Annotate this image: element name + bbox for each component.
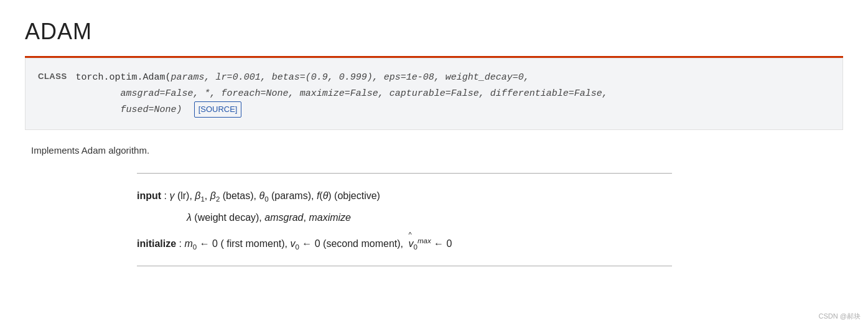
params-line1: params, lr=0.001, betas=(0.9, 0.999), ep… [171,72,530,83]
math-input-row: input : γ (lr), β1, β2 (betas), θ0 (para… [137,186,672,207]
math-input-row2: λ (weight decay), amsgrad, maximize [137,208,672,228]
class-keyword: CLASS [38,70,67,83]
math-init-content: : m0 ← 0 ( first moment), v0 ← 0 (second… [179,238,452,249]
math-init-row: initialize : m0 ← 0 ( first moment), v0 … [137,229,672,254]
math-input-label: input [137,190,161,201]
description-text: Implements Adam algorithm. [25,145,843,156]
math-input-content: : γ (lr), β1, β2 (betas), θ0 (params), f… [164,190,380,201]
page-title: ADAM [25,19,843,45]
math-algorithm-box: input : γ (lr), β1, β2 (betas), θ0 (para… [137,173,672,266]
csdn-watermark: CSDN @郝块 [819,312,861,321]
params-line2: amsgrad=False, *, foreach=None, maximize… [121,88,608,99]
math-input-content2: λ (weight decay), amsgrad, maximize [187,212,351,223]
source-link[interactable]: [SOURCE] [194,101,242,118]
class-signature-block: CLASS torch.optim.Adam(params, lr=0.001,… [25,58,843,130]
math-init-label: initialize [137,238,176,249]
params-line3: fused=None) [121,105,182,115]
class-name: torch.optim.Adam [76,72,166,83]
class-full-signature: torch.optim.Adam(params, lr=0.001, betas… [76,72,608,115]
